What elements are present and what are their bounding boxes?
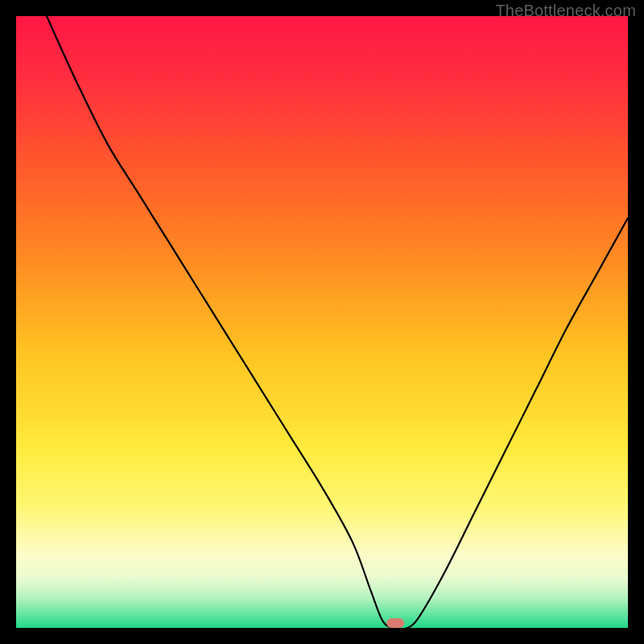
watermark-text: TheBottleneck.com xyxy=(495,2,636,20)
optimum-marker xyxy=(16,16,628,628)
svg-rect-1 xyxy=(386,618,404,628)
plot-area xyxy=(16,16,628,628)
chart-frame: TheBottleneck.com xyxy=(0,0,644,644)
